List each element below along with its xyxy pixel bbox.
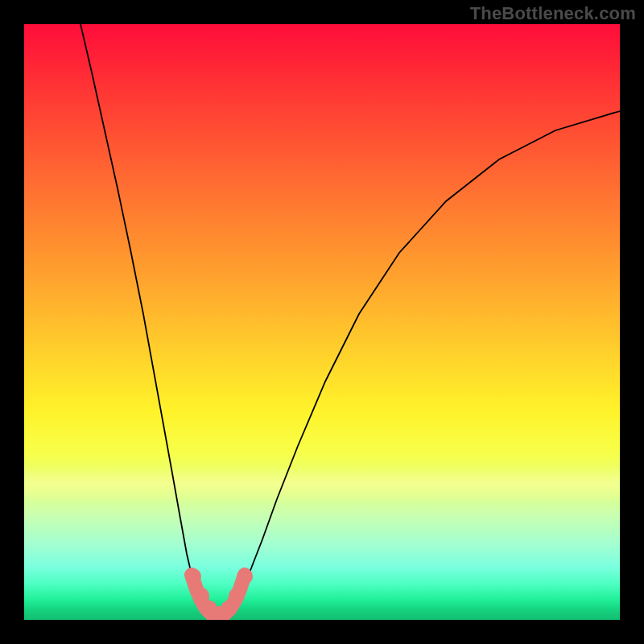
valley-dots-group [185, 568, 253, 620]
curve-layer [24, 24, 620, 620]
left-branch-path [80, 24, 200, 599]
valley-dot [229, 588, 245, 604]
figure-root: TheBottleneck.com [0, 0, 644, 644]
valley-dot [185, 568, 201, 584]
attribution-text: TheBottleneck.com [470, 3, 636, 24]
plot-area [24, 24, 620, 620]
right-branch-path [237, 111, 620, 599]
valley-dot [237, 568, 253, 584]
